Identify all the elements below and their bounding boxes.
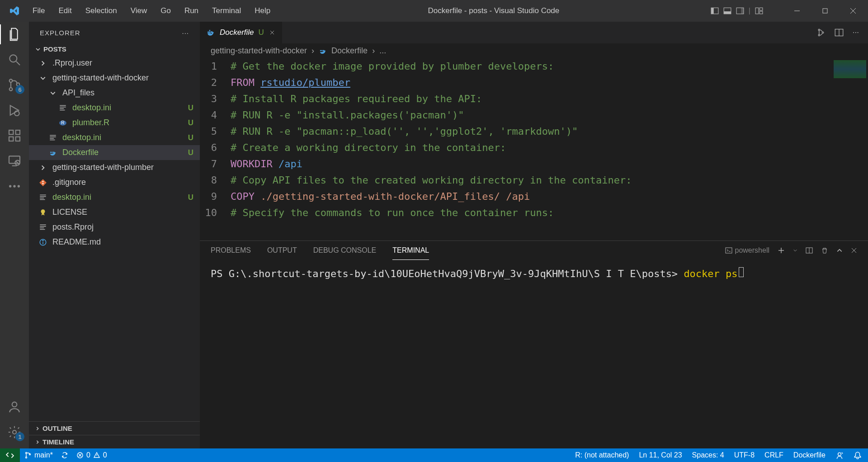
- status-eol[interactable]: CRLF: [764, 451, 783, 459]
- activity-accounts-icon[interactable]: [7, 400, 22, 414]
- explorer-more-icon[interactable]: ···: [182, 29, 189, 37]
- panel-tab-output[interactable]: OUTPUT: [267, 241, 297, 260]
- svg-point-28: [13, 185, 15, 187]
- timeline-section[interactable]: TIMELINE: [29, 435, 200, 448]
- split-editor-icon[interactable]: [835, 28, 844, 37]
- status-language[interactable]: Dockerfile: [793, 451, 826, 459]
- activity-settings-icon[interactable]: 1: [7, 425, 22, 439]
- activity-run-debug-icon[interactable]: [7, 103, 22, 118]
- tree-item-api-files[interactable]: API_files: [29, 85, 200, 100]
- menu-edit[interactable]: Edit: [52, 4, 78, 18]
- explorer-sidebar: EXPLORER ··· POSTS .Rproj.usergetting-st…: [29, 22, 200, 448]
- editor-more-icon[interactable]: ···: [853, 28, 859, 37]
- status-position[interactable]: Ln 11, Col 23: [639, 451, 682, 459]
- activity-search-icon[interactable]: [7, 52, 22, 67]
- tree-item-license[interactable]: LICENSE: [29, 205, 200, 220]
- file-lines-icon: [38, 193, 48, 202]
- tab-close-icon[interactable]: [269, 29, 276, 36]
- activity-source-control-icon[interactable]: 6: [7, 78, 22, 92]
- terminal-shell-selector[interactable]: powershell: [725, 246, 769, 255]
- tree-item--gitignore[interactable]: .gitignore: [29, 175, 200, 190]
- breadcrumb[interactable]: getting-started-with-docker › Dockerfile…: [200, 43, 868, 58]
- remote-indicator[interactable]: [0, 448, 20, 462]
- panel-tabs: PROBLEMSOUTPUTDEBUG CONSOLETERMINAL powe…: [200, 241, 868, 260]
- tab-label: Dockerfile: [220, 28, 254, 37]
- status-spaces[interactable]: Spaces: 4: [692, 451, 724, 459]
- toggle-panel-icon[interactable]: [723, 7, 731, 15]
- status-encoding[interactable]: UTF-8: [734, 451, 755, 459]
- terminal-view[interactable]: PS G:\.shortcut-targets-by-id\10UEoHetHv…: [200, 260, 868, 448]
- terminal-dropdown-icon[interactable]: [793, 248, 797, 253]
- status-branch[interactable]: main*: [24, 451, 53, 459]
- vscode-logo-icon: [9, 5, 20, 16]
- menu-go[interactable]: Go: [154, 4, 177, 18]
- menu-terminal[interactable]: Terminal: [206, 4, 247, 18]
- code-editor[interactable]: 1# Get the docker image provided by plum…: [200, 58, 868, 240]
- svg-rect-5: [741, 8, 744, 14]
- window-close-button[interactable]: [843, 4, 863, 18]
- menu-bar: FileEditSelectionViewGoRunTerminalHelp: [26, 4, 277, 18]
- terminal-kill-icon[interactable]: [821, 247, 828, 254]
- folder-root-header[interactable]: POSTS: [29, 43, 200, 55]
- menu-selection[interactable]: Selection: [79, 4, 123, 18]
- activity-remote-explorer-icon[interactable]: [7, 154, 22, 168]
- menu-file[interactable]: File: [26, 4, 51, 18]
- file-lines-icon: [48, 134, 58, 142]
- svg-point-58: [818, 29, 820, 31]
- outline-section[interactable]: OUTLINE: [29, 421, 200, 435]
- terminal-cursor: [739, 267, 744, 277]
- tab-dockerfile[interactable]: Dockerfile U: [200, 22, 283, 43]
- panel-close-icon[interactable]: [851, 247, 857, 254]
- terminal-prompt: PS G:\.shortcut-targets-by-id\10UEoHetHv…: [211, 268, 684, 279]
- title-bar: FileEditSelectionViewGoRunTerminalHelp D…: [0, 0, 868, 22]
- tree-item-desktop-ini[interactable]: desktop.iniU: [29, 130, 200, 145]
- window-maximize-button[interactable]: [815, 4, 835, 18]
- status-sync[interactable]: [61, 452, 68, 459]
- info-file-icon: [38, 238, 48, 246]
- svg-point-55: [42, 240, 43, 241]
- status-bar: main* 0 0 R: (not attached) Ln 11, Col 2…: [0, 448, 868, 462]
- panel-maximize-icon[interactable]: [836, 247, 843, 254]
- activity-explorer-icon[interactable]: [7, 27, 22, 42]
- tree-item--rproj-user[interactable]: .Rproj.user: [29, 56, 200, 71]
- status-problems[interactable]: 0 0: [76, 451, 107, 459]
- svg-point-60: [822, 32, 823, 33]
- terminal-split-icon[interactable]: [806, 247, 813, 254]
- layout-controls: |: [711, 6, 763, 15]
- tree-item-desktop-ini[interactable]: desktop.iniU: [29, 190, 200, 205]
- tree-item-dockerfile[interactable]: DockerfileU: [29, 145, 200, 160]
- svg-rect-63: [726, 248, 732, 253]
- activity-extensions-icon[interactable]: [7, 128, 22, 143]
- editor-tabs: Dockerfile U ···: [200, 22, 868, 43]
- toggle-primary-sidebar-icon[interactable]: [711, 7, 719, 15]
- status-notifications-icon[interactable]: [854, 451, 862, 459]
- customize-layout-icon[interactable]: [755, 7, 763, 15]
- panel-tab-problems[interactable]: PROBLEMS: [211, 241, 251, 260]
- status-r[interactable]: R: (not attached): [575, 451, 629, 459]
- activity-more-icon[interactable]: [7, 179, 22, 193]
- menu-view[interactable]: View: [124, 4, 154, 18]
- chevron-down-icon: [38, 75, 48, 81]
- minimap[interactable]: [832, 58, 868, 240]
- terminal-new-icon[interactable]: [778, 247, 785, 254]
- svg-line-14: [16, 61, 20, 65]
- scm-badge: 6: [15, 85, 24, 94]
- editor-area: Dockerfile U ··· getting-started-with-do…: [200, 22, 868, 448]
- tree-item-readme-md[interactable]: README.md: [29, 235, 200, 250]
- panel-tab-terminal[interactable]: TERMINAL: [392, 241, 429, 260]
- menu-run[interactable]: Run: [178, 4, 205, 18]
- tree-item-getting-started-with-plumber[interactable]: getting-started-with-plumber: [29, 160, 200, 175]
- compare-changes-icon[interactable]: [816, 28, 826, 37]
- svg-rect-19: [9, 130, 13, 134]
- tree-item-desktop-ini[interactable]: desktop.iniU: [29, 100, 200, 115]
- tree-item-plumber-r[interactable]: Rplumber.RU: [29, 115, 200, 130]
- panel-tab-debug-console[interactable]: DEBUG CONSOLE: [313, 241, 377, 260]
- tree-item-getting-started-with-docker[interactable]: getting-started-with-docker: [29, 71, 200, 85]
- menu-help[interactable]: Help: [248, 4, 277, 18]
- svg-rect-21: [16, 137, 20, 141]
- tree-item-posts-rproj[interactable]: posts.Rproj: [29, 220, 200, 235]
- status-feedback-icon[interactable]: [835, 451, 844, 459]
- svg-point-59: [818, 34, 820, 36]
- window-minimize-button[interactable]: [787, 4, 807, 18]
- toggle-secondary-sidebar-icon[interactable]: [736, 7, 744, 15]
